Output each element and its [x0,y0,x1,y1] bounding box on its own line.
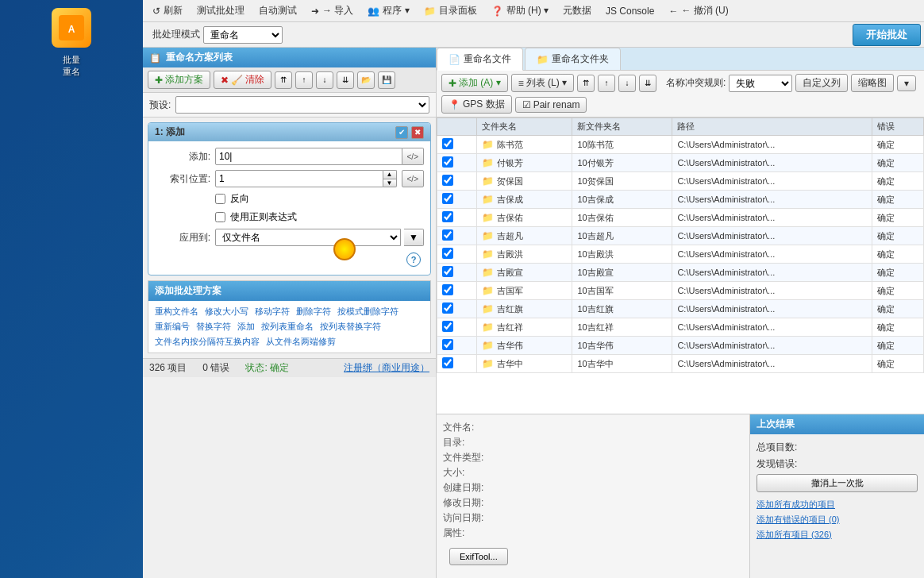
action-change-case[interactable]: 修改大小写 [205,306,248,318]
move-up-button[interactable]: ↑ [295,71,313,89]
action-replace[interactable]: 替换字符 [196,321,231,333]
open-folder-button[interactable]: 📂 [357,71,375,89]
action-trim[interactable]: 从文件名两端修剪 [266,336,336,348]
action-add[interactable]: 添加 [237,321,255,333]
action-delete-char[interactable]: 删除字符 [296,306,331,318]
menu-metadata[interactable]: 元数据 [556,2,598,20]
row-check[interactable] [437,318,477,337]
row-check[interactable] [437,172,477,191]
file-table-container[interactable]: 文件夹名 新文件夹名 路径 错误 📁陈书范 10陈书范 C:\Users\Adm… [437,118,924,414]
index-input[interactable] [215,170,383,187]
add-code-button[interactable]: </> [402,148,424,165]
define-col-btn[interactable]: 自定义列 [795,74,848,92]
help-button[interactable]: ? [406,252,421,267]
register-link[interactable]: 注册绑（商业用途） [344,361,429,375]
menu-program[interactable]: 👥 程序 ▾ [361,2,415,20]
row-check[interactable] [437,264,477,282]
svg-text:A: A [68,24,75,35]
table-row[interactable]: 📁吉红旗 10吉红旗 C:\Users\Administrator\... 确定 [437,300,924,318]
rt-move-up-top[interactable]: ⇈ [577,75,595,92]
gps-btn[interactable]: 📍 GPS 数据 [441,95,512,114]
table-row[interactable]: 📁吉殿宣 10吉殿宣 C:\Users\Administrator\... 确定 [437,264,924,282]
action-renumber[interactable]: 重新编号 [155,321,190,333]
stepper-down-button[interactable]: ▼ [383,179,397,188]
move-down-button[interactable]: ↓ [316,71,333,89]
menu-undo[interactable]: ← ← 撤消 (U) [662,2,734,20]
save-button[interactable]: 💾 [378,71,395,89]
table-row[interactable]: 📁付银芳 10付银芳 C:\Users\Administrator\... 确定 [437,154,924,172]
action-swap-delimiter[interactable]: 文件名内按分隔符互换内容 [155,336,260,348]
menu-dir-panel[interactable]: 📁 目录面板 [418,2,483,20]
conflict-select[interactable]: 失败 [729,75,792,92]
preset-select[interactable] [175,96,429,114]
stepper-up-button[interactable]: ▲ [383,170,397,179]
row-check[interactable] [437,227,477,245]
rt-move-down[interactable]: ↓ [618,75,636,92]
add-error-link[interactable]: 添加有错误的项目 (0) [757,514,918,526]
undo-last-button[interactable]: 撤消上一次批 [757,474,918,492]
menu-refresh[interactable]: ↺ 刷新 [146,2,189,20]
add-btn[interactable]: ✚ 添加 (A) ▾ [441,74,508,92]
row-check[interactable] [437,191,477,209]
row-check[interactable] [437,300,477,318]
menu-help[interactable]: ❓ 帮助 (H) ▾ [485,2,555,20]
reverse-checkbox[interactable] [215,194,225,204]
move-down-bottom-button[interactable]: ⇊ [337,71,354,89]
rt-move-up[interactable]: ↑ [598,75,615,92]
rt-move-down-bottom[interactable]: ⇊ [639,75,656,92]
index-label: 索引位置: [155,172,210,186]
add-input[interactable] [215,148,402,165]
table-row[interactable]: 📁吉保成 10吉保成 C:\Users\Administrator\... 确定 [437,191,924,209]
panel-ok-button[interactable]: ✔ [395,126,408,139]
table-row[interactable]: 📁贺保国 10贺保国 C:\Users\Administrator\... 确定 [437,172,924,191]
table-row[interactable]: 📁吉红祥 10吉红祥 C:\Users\Administrator\... 确定 [437,318,924,337]
row-check[interactable] [437,337,477,355]
row-check[interactable] [437,282,477,300]
table-row[interactable]: 📁吉华伟 10吉华伟 C:\Users\Administrator\... 确定 [437,337,924,355]
regex-checkbox[interactable] [215,212,225,222]
action-move-char[interactable]: 移动字符 [255,306,290,318]
exif-button[interactable]: ExifTool... [449,548,508,565]
table-row[interactable]: 📁陈书范 10陈书范 C:\Users\Administrator\... 确定 [437,136,924,154]
row-check[interactable] [437,136,477,154]
table-row[interactable]: 📁吉超凡 10吉超凡 C:\Users\Administrator\... 确定 [437,227,924,245]
row-check[interactable] [437,154,477,172]
action-pattern-delete[interactable]: 按模式删除字符 [337,306,398,318]
add-success-link[interactable]: 添加所有成功的项目 [757,499,918,511]
panel-close-button[interactable]: ✖ [411,126,424,139]
menu-import[interactable]: ➜ → 导入 [305,2,360,20]
add-scheme-button[interactable]: ✚ 添加方案 [148,71,210,89]
action-list-rename[interactable]: 按列表重命名 [261,321,314,333]
folder-icon: 📁 [482,340,494,351]
file-table: 文件夹名 新文件夹名 路径 错误 📁陈书范 10陈书范 C:\Users\Adm… [437,118,924,373]
row-check[interactable] [437,355,477,373]
clear-button[interactable]: ✖ 🧹 清除 [214,71,271,89]
list-btn[interactable]: ≡ 列表 (L) ▾ [511,74,574,92]
table-row[interactable]: 📁吉保佑 10吉保佑 C:\Users\Administrator\... 确定 [437,209,924,227]
move-up-top-button[interactable]: ⇈ [275,71,292,89]
batch-mode-select[interactable]: 重命名 [203,26,283,44]
tab-rename-files[interactable]: 📄 重命名文件 [437,48,523,71]
menu-auto-test[interactable]: 自动测试 [252,2,303,20]
row-folder-name: 📁吉超凡 [477,227,572,245]
pair-rename-btn[interactable]: ☑ Pair renam [515,97,587,113]
add-input-wrap: </> [215,148,424,165]
start-batch-button[interactable]: 开始批处 [853,24,921,46]
more-btn[interactable]: ▾ [897,75,916,91]
table-row[interactable]: 📁吉华中 10吉华中 C:\Users\Administrator\... 确定 [437,355,924,373]
table-header-row: 文件夹名 新文件夹名 路径 错误 [437,118,924,136]
action-list-replace[interactable]: 按列表替换字符 [320,321,381,333]
index-code-button[interactable]: </> [402,170,424,187]
menu-test-batch[interactable]: 测试批处理 [191,2,251,20]
add-all-link[interactable]: 添加所有项目 (326) [757,529,918,541]
action-restructure[interactable]: 重构文件名 [155,306,198,318]
apply-dropdown-button[interactable]: ▼ [404,229,424,246]
tab-rename-folders[interactable]: 📁 重命名文件夹 [525,48,621,70]
apply-select[interactable]: 仅文件名 [215,229,401,246]
table-row[interactable]: 📁吉国军 10吉国军 C:\Users\Administrator\... 确定 [437,282,924,300]
thumbnail-btn[interactable]: 缩略图 [851,74,894,92]
table-row[interactable]: 📁吉殿洪 10吉殿洪 C:\Users\Administrator\... 确定 [437,245,924,264]
row-check[interactable] [437,245,477,264]
row-check[interactable] [437,209,477,227]
menu-jsconsole[interactable]: JS Console [599,3,660,19]
